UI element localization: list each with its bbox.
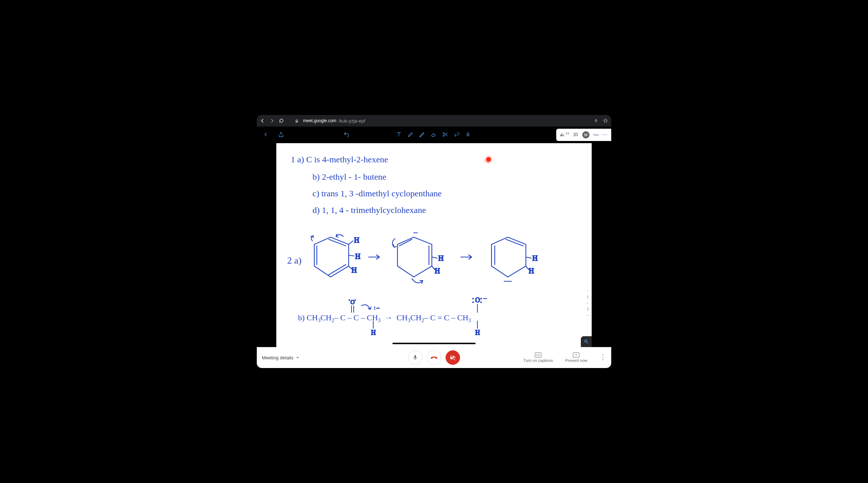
participants-panel[interactable]: 24 M You ⋯⋅ — [556, 129, 611, 141]
answer-1c: c) trans 1, 3 -dimethyl cyclopenthane — [312, 189, 442, 198]
svg-text:H: H — [371, 329, 376, 336]
mic-toggle-button[interactable] — [408, 350, 422, 365]
forward-button[interactable] — [269, 118, 275, 124]
svg-point-18 — [473, 302, 473, 303]
chevron-up-icon[interactable]: ︿ — [586, 288, 590, 293]
back-button[interactable] — [260, 118, 265, 124]
undo-icon[interactable] — [343, 131, 350, 138]
share-icon[interactable] — [278, 131, 285, 138]
meeting-details-button[interactable]: Meeting details — [262, 355, 300, 360]
chevron-down-icon[interactable]: ﹀ — [586, 313, 590, 319]
url-host: meet.google.com — [303, 118, 336, 123]
svg-rect-2 — [467, 132, 469, 135]
lock-icon — [294, 118, 299, 124]
zoom-in-icon[interactable] — [581, 336, 592, 347]
you-label: You — [593, 133, 599, 137]
more-options-button[interactable]: ⋮ — [600, 356, 606, 359]
back-icon[interactable] — [263, 131, 271, 138]
participant-count: 24 — [559, 133, 569, 137]
svg-point-20 — [481, 302, 481, 303]
reload-button[interactable] — [278, 118, 284, 124]
answer-1b: b) 2-ethyl - 1- butene — [312, 172, 386, 182]
resonance-diagram: H H H — [309, 230, 569, 291]
formula-annotations: O : – H O — [298, 295, 551, 342]
svg-text:H: H — [352, 266, 357, 274]
svg-point-17 — [473, 298, 473, 299]
mic-tool-icon[interactable] — [465, 131, 472, 138]
browser-bar: meet.google.com/kuk-yzja-epf — [257, 115, 611, 127]
meet-bottom-bar: Meeting details CC Turn on captions — [257, 347, 611, 368]
text-tool-icon[interactable] — [396, 131, 403, 138]
more-dots-icon[interactable]: ⋯⋅ — [602, 133, 608, 137]
svg-text:H: H — [438, 254, 443, 262]
handwritten-content: 1 a) C is 4-methyl-2-hexene b) 2-ethyl -… — [276, 143, 592, 347]
bookmark-star-icon[interactable] — [603, 118, 608, 124]
svg-text:H: H — [529, 267, 534, 275]
present-icon — [573, 352, 579, 358]
url-bar[interactable]: meet.google.com/kuk-yzja-epf — [303, 118, 590, 124]
eraser-tool-icon[interactable] — [430, 131, 438, 138]
captions-icon: CC — [535, 352, 541, 358]
pen-tool-icon[interactable] — [407, 131, 414, 138]
svg-point-13 — [355, 300, 356, 300]
presentation-stage: 1 a) C is 4-methyl-2-hexene b) 2-ethyl -… — [257, 143, 611, 347]
svg-text:H: H — [354, 236, 359, 244]
present-button[interactable]: Present now — [565, 352, 587, 363]
svg-text:H: H — [435, 267, 440, 275]
camera-toggle-button[interactable] — [446, 350, 460, 365]
laser-pointer — [486, 157, 491, 162]
highlighter-tool-icon[interactable] — [419, 131, 426, 138]
answer-1d: d) 1, 1, 4 - trimethylcyclohexane — [312, 205, 426, 215]
voice-search-icon[interactable] — [593, 118, 599, 124]
svg-text:H: H — [355, 252, 360, 260]
answer-1a: 1 a) C is 4-methyl-2-hexene — [291, 155, 388, 164]
captions-button[interactable]: CC Turn on captions — [523, 352, 553, 363]
chat-icon[interactable] — [573, 132, 579, 137]
svg-text:O: O — [475, 296, 480, 304]
page-indicator[interactable]: ︿ 1 ⁄ 2 ﹀ — [586, 288, 590, 319]
drag-handle[interactable] — [392, 343, 476, 344]
hang-up-button[interactable] — [427, 350, 441, 365]
avatar: M — [582, 131, 590, 138]
meet-window: meet.google.com/kuk-yzja-epf 24 M You ⋯⋅ — [257, 115, 611, 368]
svg-point-19 — [481, 298, 481, 299]
scissors-tool-icon[interactable] — [442, 131, 449, 138]
lasso-tool-icon[interactable] — [454, 131, 461, 138]
svg-text:H: H — [475, 329, 480, 336]
svg-text:H: H — [532, 254, 537, 262]
svg-text:O: O — [350, 299, 355, 305]
question-2a-label: 2 a) — [287, 255, 302, 266]
whiteboard[interactable]: 1 a) C is 4-methyl-2-hexene b) 2-ethyl -… — [276, 143, 592, 347]
svg-point-12 — [349, 300, 350, 300]
url-path: /kuk-yzja-epf — [339, 118, 365, 124]
svg-text:: –: : – — [374, 305, 379, 311]
